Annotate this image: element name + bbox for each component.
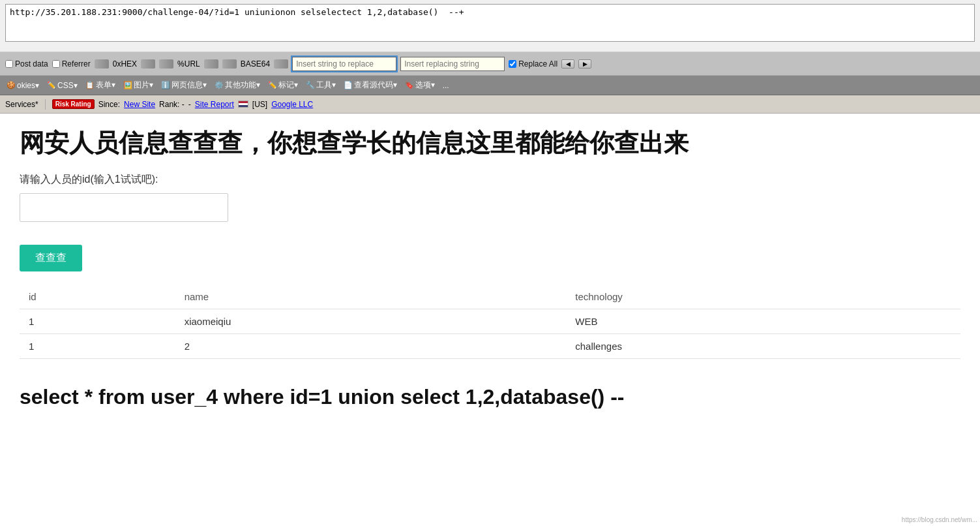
main-content: 网安人员信息查查查，你想查学长的信息这里都能给你查出来 请输入人员的id(输入1… xyxy=(0,114,980,429)
hex-label: 0xHEX xyxy=(113,59,137,69)
us-flag-icon xyxy=(238,101,248,108)
replace-all-label[interactable]: Replace All xyxy=(509,59,557,69)
col-name-header: name xyxy=(175,285,567,309)
form-label: 请输入人员的id(输入1试试吧): xyxy=(20,173,960,187)
company-link[interactable]: Google LLC xyxy=(271,100,313,109)
separator-base64-left xyxy=(222,59,237,69)
form-label: 表单▾ xyxy=(96,80,115,91)
pageinfo-icon: ℹ️ xyxy=(161,81,170,89)
viewsource-icon: 📄 xyxy=(344,81,353,89)
css-menu[interactable]: ✏️ CSS▾ xyxy=(44,80,80,91)
services-prefix: Services* xyxy=(5,100,38,109)
since-label: Since: xyxy=(98,100,120,109)
separator-hex-left xyxy=(95,59,109,69)
mark-menu[interactable]: ✏️ 标记▾ xyxy=(265,78,301,92)
pageinfo-label: 网页信息▾ xyxy=(171,80,207,91)
rank-label: Rank: - xyxy=(159,100,185,109)
page-title: 网安人员信息查查查，你想查学长的信息这里都能给你查出来 xyxy=(20,127,960,160)
table-body: 1xiaomeiqiuWEB12challenges xyxy=(20,309,960,359)
sql-display: select * from user_4 where id=1 union se… xyxy=(20,379,960,416)
referrer-label: Referrer xyxy=(62,59,91,69)
post-data-checkbox-label[interactable]: Post data xyxy=(5,59,48,69)
options-label: 选项▾ xyxy=(415,80,435,91)
form-icon: 📋 xyxy=(85,81,95,89)
table-row: 1xiaomeiqiuWEB xyxy=(20,309,960,334)
replace-string-input[interactable] xyxy=(292,57,396,71)
id-input[interactable] xyxy=(20,193,228,222)
mark-label: 标记▾ xyxy=(278,80,298,91)
region-label: [US] xyxy=(252,100,267,109)
toolbar-row1: Post data Referrer 0xHEX %URL BASE64 Rep… xyxy=(0,52,980,76)
url-label: %URL xyxy=(177,59,200,69)
css-icon: ✏️ xyxy=(47,81,56,89)
more-button[interactable]: ... xyxy=(440,80,452,91)
table-cell: 1 xyxy=(20,334,175,359)
otherfunc-icon: ⚙️ xyxy=(215,81,224,89)
risk-rating-badge: Risk Rating xyxy=(52,99,95,109)
arrow-right-btn[interactable]: ▶ xyxy=(578,59,591,69)
css-label: CSS▾ xyxy=(57,81,78,90)
image-icon: 🖼️ xyxy=(123,81,132,89)
otherfunc-menu[interactable]: ⚙️ 其他功能▾ xyxy=(212,78,263,92)
cookies-menu[interactable]: 🍪 okies▾ xyxy=(4,80,42,91)
post-data-label: Post data xyxy=(15,59,48,69)
table-cell: xiaomeiqiu xyxy=(175,309,567,334)
toolbar-row2: 🍪 okies▾ ✏️ CSS▾ 📋 表单▾ 🖼️ 图片▾ ℹ️ 网页信息▾ ⚙… xyxy=(0,76,980,95)
tools-menu[interactable]: 🔧 工具▾ xyxy=(303,78,338,92)
image-label: 图片▾ xyxy=(134,80,153,91)
search-button[interactable]: 查查查 xyxy=(20,245,82,271)
separator-base64-right xyxy=(274,59,288,69)
table-header-row: id name technology xyxy=(20,285,960,309)
table-cell: 1 xyxy=(20,309,175,334)
table-head: id name technology xyxy=(20,285,960,309)
site-report-link[interactable]: Site Report xyxy=(195,100,234,109)
separator-url-left xyxy=(159,59,173,69)
viewsource-label: 查看源代码▾ xyxy=(354,80,397,91)
separator-hex-right xyxy=(141,59,155,69)
pageinfo-menu[interactable]: ℹ️ 网页信息▾ xyxy=(158,78,209,92)
cookies-label: okies▾ xyxy=(17,81,39,90)
new-site-link[interactable]: New Site xyxy=(124,100,155,109)
results-table: id name technology 1xiaomeiqiuWEB12chall… xyxy=(20,285,960,359)
cookies-icon: 🍪 xyxy=(7,81,16,89)
services-bar: Services* Risk Rating Since: New Site Ra… xyxy=(0,95,980,114)
mark-icon: ✏️ xyxy=(268,81,277,89)
col-technology-header: technology xyxy=(566,285,960,309)
table-row: 12challenges xyxy=(20,334,960,359)
tools-icon: 🔧 xyxy=(306,81,315,89)
options-menu[interactable]: 🔖 选项▾ xyxy=(402,78,438,92)
url-input[interactable]: http://35.201.188.231:9000/challenge-04/… xyxy=(5,4,975,42)
base64-label: BASE64 xyxy=(241,59,270,69)
replacing-string-input[interactable] xyxy=(400,57,505,71)
separator-url-right xyxy=(204,59,218,69)
referrer-checkbox[interactable] xyxy=(52,60,60,68)
form-menu[interactable]: 📋 表单▾ xyxy=(83,78,118,92)
table-cell: challenges xyxy=(566,334,960,359)
viewsource-menu[interactable]: 📄 查看源代码▾ xyxy=(341,78,400,92)
table-cell: 2 xyxy=(175,334,567,359)
arrow-left-btn[interactable]: ◀ xyxy=(561,59,574,69)
referrer-checkbox-label[interactable]: Referrer xyxy=(52,59,91,69)
replace-all-text: Replace All xyxy=(518,59,557,69)
otherfunc-label: 其他功能▾ xyxy=(225,80,260,91)
image-menu[interactable]: 🖼️ 图片▾ xyxy=(121,78,156,92)
options-icon: 🔖 xyxy=(405,81,414,89)
tools-label: 工具▾ xyxy=(316,80,336,91)
table-cell: WEB xyxy=(566,309,960,334)
url-bar: http://35.201.188.231:9000/challenge-04/… xyxy=(0,0,980,52)
col-id-header: id xyxy=(20,285,175,309)
post-data-checkbox[interactable] xyxy=(5,60,13,68)
replace-all-checkbox[interactable] xyxy=(509,60,516,68)
